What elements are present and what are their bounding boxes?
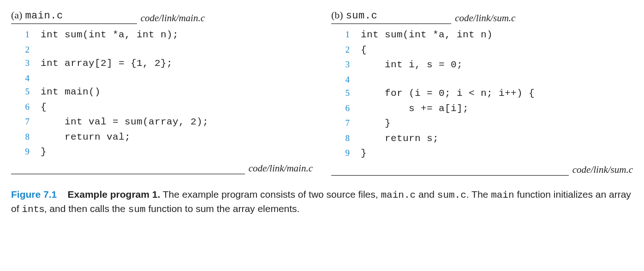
line-number: 4 bbox=[11, 71, 41, 85]
line-number: 9 bbox=[11, 145, 41, 158]
panel-path-bottom-left: code/link/main.c bbox=[249, 163, 313, 174]
code-line: 4 bbox=[331, 73, 633, 86]
code-text: { bbox=[361, 43, 367, 58]
line-number: 4 bbox=[331, 73, 361, 86]
code-text: { bbox=[41, 100, 47, 115]
caption-text-5: s, and then calls the bbox=[39, 203, 128, 214]
code-line: 5 for (i = 0; i < n; i++) { bbox=[331, 86, 633, 101]
panel-label-b: (b) bbox=[331, 9, 343, 21]
panel-label-a: (a) bbox=[11, 9, 22, 21]
panel-path-bottom-right: code/link/sum.c bbox=[572, 164, 633, 176]
line-number: 8 bbox=[331, 131, 361, 145]
caption-mono-1: main.c bbox=[381, 190, 416, 200]
caption-mono-3: main bbox=[491, 190, 514, 200]
code-line: 7 int val = sum(array, 2); bbox=[11, 115, 313, 130]
caption-text-3: . The bbox=[466, 189, 491, 200]
figure-caption: Figure 7.1 Example program 1. The exampl… bbox=[11, 188, 633, 217]
code-line: 2{ bbox=[331, 43, 633, 58]
code-block-main: 1int sum(int *a, int n);23int array[2] =… bbox=[11, 24, 313, 163]
line-number: 6 bbox=[331, 101, 361, 115]
panel-header-right: (b) sum.c code/link/sum.c bbox=[331, 9, 633, 24]
caption-text-1: The example program consists of two sour… bbox=[160, 189, 381, 200]
panel-header-left: (a) main.c code/link/main.c bbox=[11, 9, 313, 24]
panel-footer-right: code/link/sum.c bbox=[331, 164, 633, 176]
code-text: int sum(int *a, int n); bbox=[41, 28, 179, 43]
code-text: } bbox=[361, 116, 391, 131]
caption-text-2: and bbox=[416, 189, 437, 200]
code-text: for (i = 0; i < n; i++) { bbox=[361, 86, 535, 101]
code-text: return val; bbox=[41, 130, 131, 145]
panel-filename-sum: sum.c bbox=[346, 10, 378, 22]
code-line: 7 } bbox=[331, 116, 633, 131]
line-number: 9 bbox=[331, 146, 361, 159]
line-number: 3 bbox=[11, 56, 41, 70]
code-text: int i, s = 0; bbox=[361, 58, 463, 73]
line-number: 8 bbox=[11, 130, 41, 143]
caption-text-6: function to sum the array elements. bbox=[146, 203, 300, 214]
code-line: 9} bbox=[331, 146, 633, 161]
panel-sum-c: (b) sum.c code/link/sum.c 1int sum(int *… bbox=[331, 9, 633, 176]
line-number: 6 bbox=[11, 100, 41, 113]
line-number: 2 bbox=[11, 43, 41, 56]
code-text: int val = sum(array, 2); bbox=[41, 115, 209, 130]
code-line: 9} bbox=[11, 145, 313, 160]
figure-label: Figure 7.1 bbox=[11, 189, 57, 200]
panel-filename-main: main.c bbox=[25, 10, 63, 22]
panel-path-top-left: code/link/main.c bbox=[141, 12, 205, 24]
panel-title-left: (a) main.c bbox=[11, 9, 137, 24]
code-line: 8 return val; bbox=[11, 130, 313, 145]
code-line: 1int sum(int *a, int n) bbox=[331, 28, 633, 43]
code-columns: (a) main.c code/link/main.c 1int sum(int… bbox=[11, 9, 633, 176]
caption-mono-2: sum.c bbox=[437, 190, 466, 200]
code-line: 6 s += a[i]; bbox=[331, 101, 633, 117]
code-line: 3 int i, s = 0; bbox=[331, 58, 633, 73]
line-number: 5 bbox=[11, 85, 41, 98]
code-line: 1int sum(int *a, int n); bbox=[11, 28, 313, 43]
line-number: 5 bbox=[331, 86, 361, 100]
code-line: 4 bbox=[11, 71, 313, 85]
code-text: s += a[i]; bbox=[361, 101, 469, 117]
line-number: 7 bbox=[11, 115, 41, 128]
line-number: 3 bbox=[331, 58, 361, 71]
code-line: 2 bbox=[11, 43, 313, 56]
code-text: int array[2] = {1, 2}; bbox=[41, 56, 173, 71]
figure-title: Example program 1. bbox=[68, 189, 161, 200]
panel-path-top-right: code/link/sum.c bbox=[455, 12, 515, 24]
line-number: 1 bbox=[331, 28, 361, 41]
code-text: return s; bbox=[361, 131, 439, 147]
code-line: 8 return s; bbox=[331, 131, 633, 147]
panel-title-right: (b) sum.c bbox=[331, 9, 451, 24]
caption-mono-4: int bbox=[22, 204, 39, 215]
panel-footer-left: code/link/main.c bbox=[11, 163, 313, 174]
caption-mono-5: sum bbox=[128, 204, 146, 215]
line-number: 1 bbox=[11, 28, 41, 41]
line-number: 7 bbox=[331, 116, 361, 130]
code-line: 6{ bbox=[11, 100, 313, 115]
code-line: 3int array[2] = {1, 2}; bbox=[11, 56, 313, 71]
code-text: int sum(int *a, int n) bbox=[361, 28, 493, 43]
code-line: 5int main() bbox=[11, 85, 313, 100]
code-text: } bbox=[361, 146, 367, 161]
panel-main-c: (a) main.c code/link/main.c 1int sum(int… bbox=[11, 9, 313, 176]
code-text: } bbox=[41, 145, 47, 160]
line-number: 2 bbox=[331, 43, 361, 56]
code-block-sum: 1int sum(int *a, int n)2{3 int i, s = 0;… bbox=[331, 24, 633, 164]
code-text: int main() bbox=[41, 85, 101, 100]
